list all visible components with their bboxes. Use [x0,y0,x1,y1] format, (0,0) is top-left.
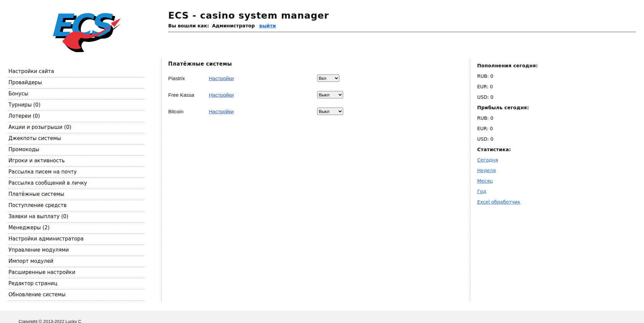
sidebar-item-bonuses[interactable]: Бонусы [8,89,145,100]
payment-name: Free Kassa [168,92,209,98]
sidebar-item-page-editor[interactable]: Редактор страниц [8,278,145,290]
deposits-today-title: Пополнения сегодня: [477,63,633,73]
sidebar-item-promocodes[interactable]: Промокоды [8,144,145,156]
divider-right [470,59,470,302]
sidebar-item-system-update[interactable]: Обновление системы [8,290,145,301]
bitcoin-settings-link[interactable]: Настройки [209,109,234,114]
logout-link[interactable]: выйти [259,23,276,28]
sidebar-item-lotteries[interactable]: Лотереи (0) [8,111,145,122]
deposits-usd: USD: 0 [477,94,633,105]
panel-title: Платёжные системы [168,61,459,67]
statistics-title: Статистика: [477,147,633,157]
sidebar-item-module-control[interactable]: Управление модулями [8,245,145,256]
page-title: ECS - casino system manager [168,10,636,21]
sidebar-item-advanced[interactable]: Расширенные настройки [8,267,145,278]
payment-row-piastrix: Piastrix Настройки Вкл [168,73,459,83]
stats-link-week[interactable]: Неделя [477,168,496,173]
profit-rub: RUB: 0 [477,115,633,126]
copyright-text: Copyright © 2013-2022 Lucky C [19,319,81,323]
sidebar-item-providers[interactable]: Провайдеры [8,77,145,89]
profit-usd: USD: 0 [477,136,633,147]
header: ECS - casino system manager Вы вошли как… [168,10,636,32]
deposits-rub: RUB: 0 [477,73,633,84]
sidebar-item-incoming-funds[interactable]: Поступление средств [8,200,145,211]
login-status: Вы вошли как: Администратор выйти [168,23,636,28]
freekassa-state-select[interactable]: Выкл [317,91,343,98]
footer: Copyright © 2013-2022 Lucky C [0,310,644,323]
payment-row-bitcoin: Bitcoin Настройки Выкл [168,106,459,116]
sidebar-item-managers[interactable]: Менеджеры (2) [8,223,145,234]
admin-page: ECS ECS ECS - casino system manager Вы в… [0,0,644,323]
profit-today-title: Прибыль сегодня: [477,105,633,115]
sidebar-item-payout-requests[interactable]: Заявки на выплату (0) [8,211,145,223]
ecs-logo-icon: ECS ECS [47,5,122,52]
freekassa-settings-link[interactable]: Настройки [209,92,234,98]
stats-panel: Пополнения сегодня: RUB: 0 EUR: 0 USD: 0… [477,63,633,210]
sidebar-item-players[interactable]: Игроки и активность [8,156,145,167]
payment-row-freekassa: Free Kassa Настройки Выкл [168,90,459,100]
sidebar-item-payment-systems[interactable]: Платёжные системы [8,189,145,200]
piastrix-settings-link[interactable]: Настройки [209,75,234,81]
sidebar-item-promotions[interactable]: Акции и розыгрыши (0) [8,122,145,133]
sidebar-item-pm-mailing[interactable]: Рассылка сообщений в личку [8,178,145,189]
sidebar-item-admin-settings[interactable]: Настройки администратора [8,234,145,245]
sidebar-item-tournaments[interactable]: Турниры (0) [8,100,145,111]
piastrix-state-select[interactable]: Вкл [317,74,339,82]
stats-link-month[interactable]: Месяц [477,178,493,184]
login-prefix: Вы вошли как: [168,23,209,28]
payment-name: Piastrix [168,75,209,81]
header-divider [168,32,636,32]
profit-eur: EUR: 0 [477,126,633,136]
sidebar-item-jackpots[interactable]: Джекпоты системы [8,133,145,144]
payment-rows: Piastrix Настройки Вкл Free Kassa Настро… [168,73,459,116]
stats-link-year[interactable]: Год [477,189,486,194]
payment-systems-panel: Платёжные системы Piastrix Настройки Вкл… [168,61,459,123]
sidebar-menu: Настройки сайта Провайдеры Бонусы Турнир… [8,66,145,301]
login-user: Администратор [212,23,255,28]
bitcoin-state-select[interactable]: Выкл [317,108,343,115]
sidebar-item-module-import[interactable]: Импорт модулей [8,256,145,267]
payment-name: Bitcoin [168,109,209,114]
stats-link-excel[interactable]: Excel обработчик [477,199,520,205]
stats-link-today[interactable]: Сегодня [477,157,498,163]
deposits-eur: EUR: 0 [477,84,633,94]
divider-left [161,59,162,302]
sidebar-item-email-mailing[interactable]: Рассылка писем на почту [8,167,145,178]
sidebar-item-site-settings[interactable]: Настройки сайта [8,66,145,77]
